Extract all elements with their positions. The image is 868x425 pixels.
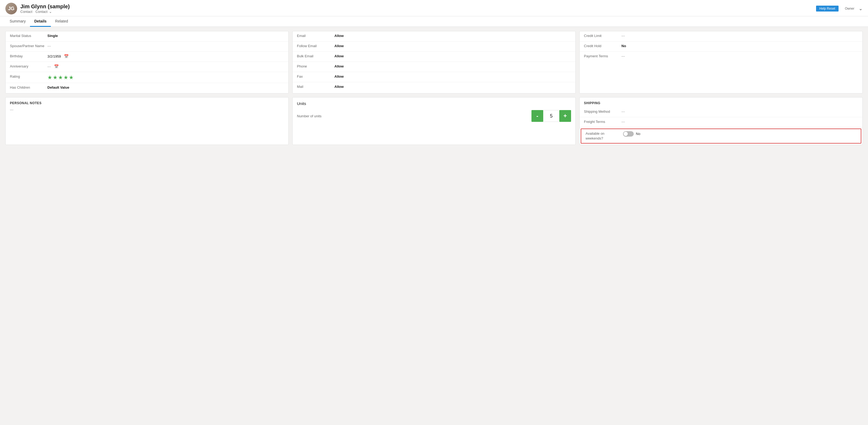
contact-type-2: Contact: [35, 10, 48, 14]
value-credit-limit: ---: [621, 33, 858, 38]
field-credit-limit: Credit Limit ---: [580, 31, 862, 41]
header: JG Jim Glynn (sample) Contact · Contact …: [0, 0, 868, 16]
field-freight-terms: Freight Terms ---: [580, 117, 862, 127]
personal-info-card: Marital Status Single Spouse/Partner Nam…: [5, 31, 289, 93]
label-bulk-email: Bulk Email: [297, 54, 334, 59]
value-bulk-email: Allow: [334, 54, 571, 59]
label-credit-hold: Credit Hold: [584, 44, 621, 49]
value-freight-terms: ---: [621, 119, 858, 124]
chevron-down-icon[interactable]: ⌄: [49, 10, 52, 14]
shipping-card: SHIPPING Shipping Method --- Freight Ter…: [579, 97, 863, 145]
value-marital-status: Single: [48, 33, 284, 38]
tabs-bar: Summary Details Related: [0, 16, 868, 27]
contact-type-1: Contact: [20, 10, 32, 14]
field-has-children: Has Children Default Value: [6, 83, 288, 93]
personal-notes-content: ---: [10, 108, 284, 112]
units-plus-button[interactable]: +: [559, 110, 571, 122]
bottom-row: PERSONAL NOTES --- Units Number of units…: [5, 97, 863, 145]
units-minus-button[interactable]: -: [531, 110, 543, 122]
contact-preferences-card: Email Allow Follow Email Allow Bulk Emai…: [292, 31, 576, 93]
label-birthday: Birthday: [10, 54, 48, 59]
label-email: Email: [297, 33, 334, 38]
shipping-section-title: SHIPPING: [580, 97, 862, 107]
billing-card: Credit Limit --- Credit Hold No Payment …: [579, 31, 863, 93]
tab-details[interactable]: Details: [30, 16, 51, 27]
field-anniversary: Anniversary --- 📅: [6, 62, 288, 72]
field-phone: Phone Allow: [292, 62, 576, 72]
help-reset-button[interactable]: Help Reset: [816, 6, 838, 11]
rating-stars: ★★★★★: [48, 74, 74, 81]
toggle-track: [623, 131, 634, 136]
value-available-weekends: No: [623, 131, 857, 136]
field-birthday: Birthday 3/2/1959 📅: [6, 52, 288, 62]
toggle-container: No: [623, 131, 857, 136]
label-follow-email: Follow Email: [297, 44, 334, 49]
label-mail: Mail: [297, 84, 334, 89]
avatar: JG: [5, 3, 17, 14]
value-follow-email: Allow: [334, 44, 571, 49]
units-controls: - 5 +: [531, 110, 571, 122]
contact-name: Jim Glynn (sample): [20, 3, 70, 10]
value-shipping-method: ---: [621, 109, 858, 114]
toggle-label: No: [636, 131, 641, 136]
header-right: Help Reset Owner ⌄: [816, 6, 863, 11]
label-freight-terms: Freight Terms: [584, 119, 621, 124]
toggle-thumb: [624, 132, 628, 136]
header-chevron-down-icon[interactable]: ⌄: [859, 6, 863, 11]
units-card: Units Number of units - 5 +: [292, 97, 576, 145]
label-payment-terms: Payment Terms: [584, 54, 621, 59]
label-rating: Rating: [10, 74, 48, 79]
units-title: Units: [297, 101, 571, 106]
value-email: Allow: [334, 33, 571, 38]
value-phone: Allow: [334, 64, 571, 69]
field-credit-hold: Credit Hold No: [580, 41, 862, 52]
label-spouse: Spouse/Partner Name: [10, 44, 48, 49]
field-follow-email: Follow Email Allow: [292, 41, 576, 52]
label-credit-limit: Credit Limit: [584, 33, 621, 38]
personal-notes-title: PERSONAL NOTES: [10, 101, 284, 105]
personal-notes-card: PERSONAL NOTES ---: [5, 97, 289, 145]
units-label: Number of units: [297, 114, 531, 118]
label-marital-status: Marital Status: [10, 33, 48, 38]
field-available-weekends: Available on weekends? No: [581, 128, 861, 144]
label-available-weekends: Available on weekends?: [586, 131, 623, 141]
units-value: 5: [543, 110, 559, 122]
owner-label: Owner: [845, 7, 854, 10]
units-row: Number of units - 5 +: [297, 110, 571, 122]
main-content: Marital Status Single Spouse/Partner Nam…: [0, 27, 868, 425]
tab-related[interactable]: Related: [51, 16, 72, 27]
field-fax: Fax Allow: [292, 72, 576, 82]
value-spouse: ---: [48, 44, 284, 49]
label-shipping-method: Shipping Method: [584, 109, 621, 114]
value-fax: Allow: [334, 74, 571, 79]
value-mail: Allow: [334, 84, 571, 89]
label-anniversary: Anniversary: [10, 64, 48, 69]
owner-section: Owner: [845, 7, 854, 10]
value-payment-terms: ---: [621, 54, 858, 59]
contact-type: Contact · Contact ⌄: [20, 10, 70, 14]
value-credit-hold: No: [621, 44, 858, 49]
value-has-children: Default Value: [48, 85, 284, 90]
field-rating: Rating ★★★★★: [6, 72, 288, 83]
header-info: Jim Glynn (sample) Contact · Contact ⌄: [20, 3, 70, 14]
field-mail: Mail Allow: [292, 82, 576, 92]
field-payment-terms: Payment Terms ---: [580, 52, 862, 62]
top-row: Marital Status Single Spouse/Partner Nam…: [5, 31, 863, 93]
avatar-image: JG: [5, 3, 17, 14]
value-birthday: 3/2/1959 📅: [48, 54, 284, 59]
tab-summary[interactable]: Summary: [5, 16, 30, 27]
field-bulk-email: Bulk Email Allow: [292, 52, 576, 62]
label-phone: Phone: [297, 64, 334, 69]
dot-separator: ·: [33, 10, 34, 14]
field-shipping-method: Shipping Method ---: [580, 107, 862, 117]
field-marital-status: Marital Status Single: [6, 31, 288, 41]
label-fax: Fax: [297, 74, 334, 79]
header-left: JG Jim Glynn (sample) Contact · Contact …: [5, 3, 70, 14]
field-spouse: Spouse/Partner Name ---: [6, 41, 288, 52]
value-anniversary: --- 📅: [48, 64, 284, 69]
calendar-icon-anniversary[interactable]: 📅: [54, 64, 59, 68]
field-email: Email Allow: [292, 31, 576, 41]
available-weekends-toggle[interactable]: [623, 131, 634, 136]
calendar-icon-birthday[interactable]: 📅: [64, 54, 68, 58]
label-has-children: Has Children: [10, 85, 48, 90]
